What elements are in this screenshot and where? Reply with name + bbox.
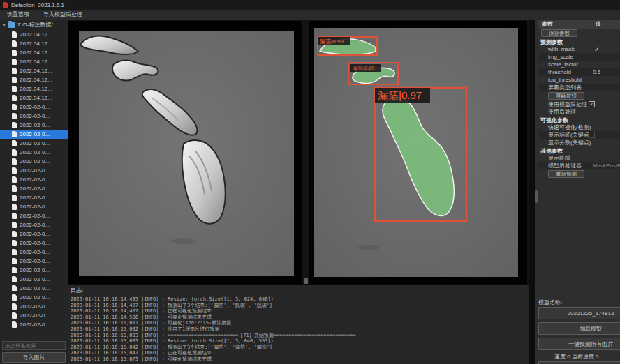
param-button-row: 屏蔽按钮 (538, 91, 620, 100)
param-button-row: 保存参数 (538, 29, 620, 38)
tree-item[interactable]: 2022-02-0... (0, 157, 68, 166)
tree-item[interactable]: 2022-02-0... (0, 311, 68, 320)
param-row[interactable]: 显示终端 (538, 154, 620, 162)
tree-item-label: 2022-02-0... (20, 258, 50, 264)
checkbox-checked[interactable]: ✓ (589, 101, 595, 107)
tree-item[interactable]: 2022-02-0... (0, 166, 68, 175)
params-header: 参数 值 (538, 20, 620, 29)
file-icon (12, 240, 17, 246)
tree-item[interactable]: 2022.04.12... (0, 30, 68, 39)
check-icon[interactable]: ✓ (594, 46, 600, 53)
prediction-image-panel[interactable]: 漏箔|0.99 漏箔|0.89 漏箔|0.97 (309, 21, 527, 284)
log-line: 2023-01-11 16:16:15,001 |INFO| - 可视化json… (71, 320, 529, 326)
param-row[interactable]: threshold0.5 (538, 68, 620, 76)
tree-item-label: 2022-02-0... (20, 213, 50, 219)
file-icon (12, 204, 17, 210)
tree-item-label: 2022-02-0... (20, 122, 50, 128)
tree-item[interactable]: 2022-02-0... (0, 148, 68, 157)
param-row[interactable]: 屏蔽类型列表 (538, 84, 620, 91)
param-button[interactable]: 重新预测 (548, 170, 584, 178)
param-row[interactable]: with_mask✓ (538, 45, 620, 53)
file-icon (12, 140, 17, 146)
checkbox-unchecked[interactable] (589, 132, 595, 138)
file-icon (12, 258, 17, 264)
tree-item-label: 2022-02-0... (20, 131, 50, 137)
params-list: 保存参数预测参数with_mask✓img_scalescale_factort… (538, 29, 620, 179)
menu-settings[interactable]: 设置选项 (0, 10, 36, 20)
tree-item[interactable]: 2022-02-0... (0, 202, 68, 211)
file-tree-items: 2022.04.12...2022.04.12...2022.04.12...2… (0, 30, 68, 329)
tree-item[interactable]: 2022-02-0... (0, 257, 68, 266)
model-name-field[interactable]: 20221225_174813 (538, 307, 620, 319)
tree-item[interactable]: 2022-02-0... (0, 284, 68, 293)
log-area[interactable]: 日志: 2023-01-11 16:16:14,435 |INFO| - Res… (68, 284, 529, 364)
import-images-button[interactable]: 导入图片 (2, 352, 66, 363)
detection-app-window: Detection_2023.1.5.1 设置选项 导入模型后处理 ▼ Z:/5… (0, 0, 620, 364)
param-row[interactable]: iou_threshold (538, 76, 620, 84)
tree-root-node[interactable]: ▼ Z:/5-标注数据/... (0, 20, 68, 30)
predict-all-button[interactable]: 一键预测所有图片 (538, 338, 620, 350)
file-icon (12, 122, 17, 128)
param-row[interactable]: 使用后处理 (538, 108, 620, 116)
load-model-button[interactable]: 加载模型 (538, 322, 620, 335)
file-icon (12, 303, 17, 310)
tree-item[interactable]: 2022-02-0... (0, 211, 68, 220)
param-button[interactable]: 保存参数 (541, 29, 577, 37)
detection-label-3: 漏箔|0.97 (378, 89, 422, 101)
tree-item[interactable]: 2022-02-0... (0, 103, 68, 112)
tree-item-label: 2022.04.12... (20, 95, 52, 101)
tree-item-label: 2022-02-0... (20, 204, 50, 210)
param-button[interactable]: 屏蔽按钮 (548, 92, 584, 100)
param-row[interactable]: scale_factor (538, 61, 620, 68)
file-icon (12, 68, 17, 74)
original-image-panel[interactable] (68, 21, 302, 284)
file-icon (12, 40, 17, 47)
file-icon (12, 95, 17, 101)
postprocess-settings-button[interactable]: 后处理参数设置 (538, 361, 620, 364)
tree-item[interactable]: 2022-02-0... (0, 275, 68, 284)
tree-item[interactable]: 2022-02-0... (0, 293, 68, 302)
tree-item[interactable]: 2022-02-0... (0, 184, 68, 193)
tree-item[interactable]: 2022-02-0... (0, 229, 68, 238)
tree-item-label: 2022-02-0... (20, 222, 50, 228)
tree-item[interactable]: 2022-02-0... (0, 320, 68, 329)
tree-item-label: 2022-02-0... (20, 276, 50, 282)
panel-gap (529, 20, 535, 364)
param-row[interactable]: 显示标签(关键点) (538, 131, 620, 139)
tree-item[interactable]: 2022-02-0... (0, 121, 68, 130)
expand-arrow-icon[interactable]: ▼ (2, 23, 6, 27)
tree-item[interactable]: 2022-02-0... (0, 302, 68, 311)
tree-item-label: 2022-02-0... (20, 312, 50, 319)
tree-item[interactable]: 2022-02-0... (0, 248, 68, 257)
tree-item-label: 2022-02-0... (20, 240, 50, 246)
tree-item[interactable]: 2022.04.12... (0, 39, 68, 48)
tree-item[interactable]: 2022-02-0... (0, 220, 68, 229)
param-row[interactable]: 模型后处理器MaskPostProc (538, 162, 620, 169)
tree-item[interactable]: 2022.04.12... (0, 75, 68, 84)
tree-item[interactable]: 2022-02-0... (0, 266, 68, 275)
file-icon (12, 86, 17, 92)
viewer-area: 漏箔|0.99 漏箔|0.89 漏箔|0.97 日志: 2023-01-11 1… (68, 20, 529, 364)
tree-item[interactable]: 2022.04.12... (0, 93, 68, 103)
param-row[interactable]: img_scale (538, 53, 620, 61)
tree-item[interactable]: 2022-02-0... (0, 139, 68, 148)
param-row[interactable]: 快速可视化(检测) (538, 123, 620, 131)
tree-item[interactable]: 2022.04.12... (0, 66, 68, 75)
tree-item[interactable]: 2022.04.12... (0, 48, 68, 57)
tree-item[interactable]: 2022.04.12... (0, 84, 68, 93)
tree-item[interactable]: 2022-02-0... (0, 175, 68, 184)
file-icon (12, 149, 17, 156)
tree-item[interactable]: 2022-02-0... (0, 238, 68, 248)
search-input[interactable] (2, 341, 66, 350)
param-label: with_mask (548, 46, 575, 52)
file-icon (12, 185, 17, 192)
menu-import-postprocess[interactable]: 导入模型后处理 (36, 10, 89, 20)
scrollbar-thumb[interactable] (535, 190, 538, 203)
tree-item[interactable]: 2022-02-0... (0, 112, 68, 121)
param-row[interactable]: 显示分数(关键点) (538, 139, 620, 146)
tree-item[interactable]: 2022.04.12... (0, 57, 68, 66)
tree-item[interactable]: 2022-02-0... (0, 193, 68, 202)
tree-item[interactable]: 2022-02-0... (0, 130, 68, 139)
param-row[interactable]: 使用模型后处理✓ (538, 100, 620, 108)
log-line: 2023-01-11 16:16:15,003 |INFO| - =======… (71, 333, 529, 339)
